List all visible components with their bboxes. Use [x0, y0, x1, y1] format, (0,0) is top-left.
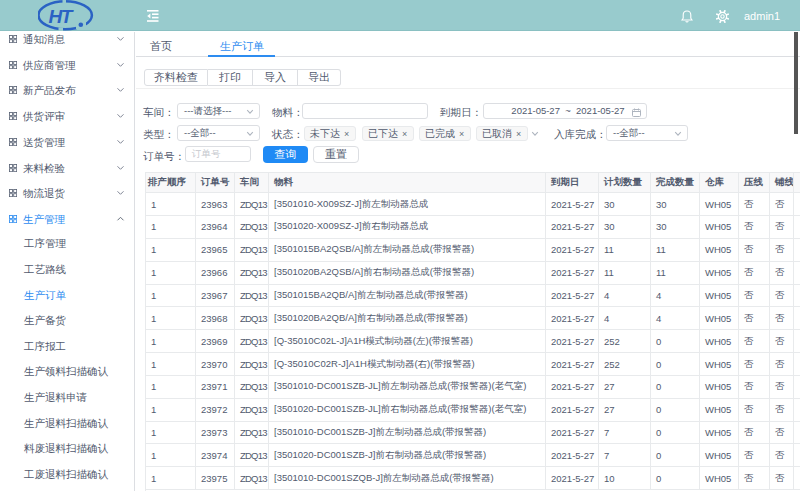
svg-text:HT: HT: [49, 6, 74, 27]
